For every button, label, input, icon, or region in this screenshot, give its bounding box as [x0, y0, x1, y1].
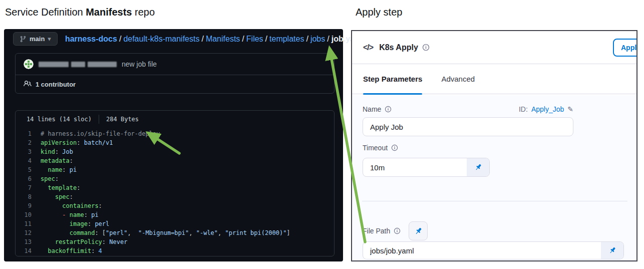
latest-commit-box: new job file 1 contributor — [15, 53, 335, 94]
avatar[interactable] — [24, 59, 34, 69]
code-text: command: ["perl", "-Mbignum=bpi", "-wle"… — [41, 228, 290, 237]
breadcrumb-segment-link[interactable]: Manifests — [206, 35, 240, 43]
file-path-pin-button[interactable] — [409, 221, 428, 240]
code-text: spec: — [41, 174, 59, 183]
breadcrumb-repo-link[interactable]: harness-docs — [65, 35, 117, 43]
left-title-prefix: Service Definition — [5, 7, 86, 18]
name-info-icon[interactable] — [385, 106, 392, 113]
code-text: # harness.io/skip-file-for-deploy — [41, 129, 160, 138]
breadcrumb: harness-docs/default-k8s-manifests/Manif… — [65, 35, 364, 44]
section-divider — [362, 201, 627, 201]
file-path-info-icon[interactable] — [394, 227, 401, 234]
tab-advanced[interactable]: Advanced — [441, 64, 475, 94]
code-line: 11 image: perl — [16, 219, 334, 228]
file-path-label-text: File Path — [363, 227, 390, 235]
github-file-view: main ▾ harness-docs/default-k8s-manifest… — [4, 29, 343, 261]
edit-id-icon[interactable]: ✎ — [567, 105, 573, 113]
code-line: 10 - name: pi — [16, 210, 334, 219]
line-number[interactable]: 9 — [16, 201, 41, 210]
breadcrumb-segment-link[interactable]: Files — [246, 35, 263, 43]
line-number[interactable]: 7 — [16, 183, 41, 192]
breadcrumb-separator: / — [325, 35, 331, 43]
line-number[interactable]: 4 — [16, 156, 41, 165]
code-line: 14 backoffLimit: 4 — [16, 246, 334, 255]
code-line: 5 name: pi — [16, 165, 334, 174]
line-number[interactable]: 8 — [16, 192, 41, 201]
line-number[interactable]: 2 — [16, 138, 41, 147]
breadcrumb-segment-link[interactable]: jobs — [310, 35, 325, 43]
code-line: 13 restartPolicy: Never — [16, 237, 334, 246]
code-text: restartPolicy: Never — [41, 237, 127, 246]
k8s-apply-step-panel: </> K8s Apply Apply Step Parameters Adva… — [351, 30, 637, 261]
breadcrumb-segment-link[interactable]: default-k8s-manifests — [123, 35, 199, 43]
line-number[interactable]: 12 — [16, 228, 41, 237]
file-path-label-row: File Path — [363, 221, 428, 240]
code-text: spec: — [41, 192, 73, 201]
step-type-icon: </> — [363, 43, 373, 52]
code-text: apiVersion: batch/v1 — [41, 138, 113, 147]
timeout-pin-icon[interactable] — [467, 158, 489, 176]
page: Service Definition Manifests repo Apply … — [0, 0, 644, 269]
breadcrumb-separator: / — [263, 35, 269, 43]
branch-selector-button[interactable]: main ▾ — [13, 32, 58, 46]
timeout-label-text: Timeout — [363, 144, 388, 152]
code-text: - name: pi — [41, 210, 99, 219]
step-id-row: ID: Apply_Job ✎ — [519, 105, 573, 113]
breadcrumb-separator: / — [304, 35, 310, 43]
left-panel-title: Service Definition Manifests repo — [5, 7, 155, 18]
code-line: 12 command: ["perl", "-Mbignum=bpi", "-w… — [16, 228, 334, 237]
name-label: Name — [363, 105, 392, 113]
file-size: 284 Bytes — [99, 115, 139, 124]
code-text: kind: Job — [41, 147, 73, 156]
code-text: containers: — [41, 201, 102, 210]
code-line: 6spec: — [16, 174, 334, 183]
breadcrumb-separator: / — [240, 35, 246, 43]
line-number[interactable]: 6 — [16, 174, 41, 183]
line-number[interactable]: 13 — [16, 237, 41, 246]
left-title-suffix: repo — [132, 7, 155, 18]
name-label-row: Name ID: Apply_Job ✎ — [363, 105, 573, 113]
code-line: 4metadata: — [16, 156, 334, 165]
commit-author-redacted — [39, 62, 117, 67]
file-path-pin-icon[interactable] — [601, 242, 623, 259]
timeout-input[interactable] — [363, 158, 463, 176]
tab-step-parameters[interactable]: Step Parameters — [363, 64, 422, 94]
line-number[interactable]: 11 — [16, 219, 41, 228]
name-label-text: Name — [363, 105, 381, 113]
line-number[interactable]: 14 — [16, 246, 41, 255]
step-id-value[interactable]: Apply_Job — [531, 105, 564, 113]
right-panel-title: Apply step — [356, 7, 402, 18]
step-info-icon[interactable] — [422, 44, 430, 51]
step-title: K8s Apply — [379, 43, 418, 52]
code-line: 1# harness.io/skip-file-for-deploy — [16, 129, 334, 138]
breadcrumb-separator: / — [117, 35, 123, 43]
line-number[interactable]: 5 — [16, 165, 41, 174]
breadcrumb-separator: / — [199, 35, 205, 43]
contributors-label: 1 contributor — [36, 81, 76, 88]
code-line: 9 containers: — [16, 201, 334, 210]
timeout-input-group — [363, 158, 490, 177]
commit-message[interactable]: new job file — [122, 60, 157, 68]
code-text: image: perl — [41, 219, 109, 228]
step-parameters-form: Name ID: Apply_Job ✎ Timeout — [352, 95, 636, 260]
code-line: 7 template: — [16, 183, 334, 192]
commit-row: new job file — [16, 54, 334, 75]
line-number[interactable]: 1 — [16, 129, 41, 138]
line-number[interactable]: 3 — [16, 147, 41, 156]
name-input[interactable] — [363, 117, 573, 136]
file-path-input[interactable] — [363, 242, 593, 259]
git-branch-icon — [20, 36, 27, 43]
code-lines: 1# harness.io/skip-file-for-deploy2apiVe… — [16, 128, 334, 257]
contributors-row[interactable]: 1 contributor — [16, 75, 334, 93]
apply-changes-button[interactable]: Apply — [613, 39, 637, 57]
branch-name: main — [30, 35, 45, 43]
code-text: backoffLimit: 4 — [41, 246, 102, 255]
code-line: 2apiVersion: batch/v1 — [16, 138, 334, 147]
file-meta-bar: 14 lines (14 sloc) 284 Bytes — [16, 111, 334, 128]
breadcrumb-segment-link[interactable]: templates — [269, 35, 304, 43]
left-title-bold: Manifests — [86, 7, 132, 18]
chevron-down-icon: ▾ — [48, 35, 51, 43]
timeout-info-icon[interactable] — [391, 144, 398, 151]
line-number[interactable]: 10 — [16, 210, 41, 219]
timeout-label: Timeout — [363, 144, 398, 152]
